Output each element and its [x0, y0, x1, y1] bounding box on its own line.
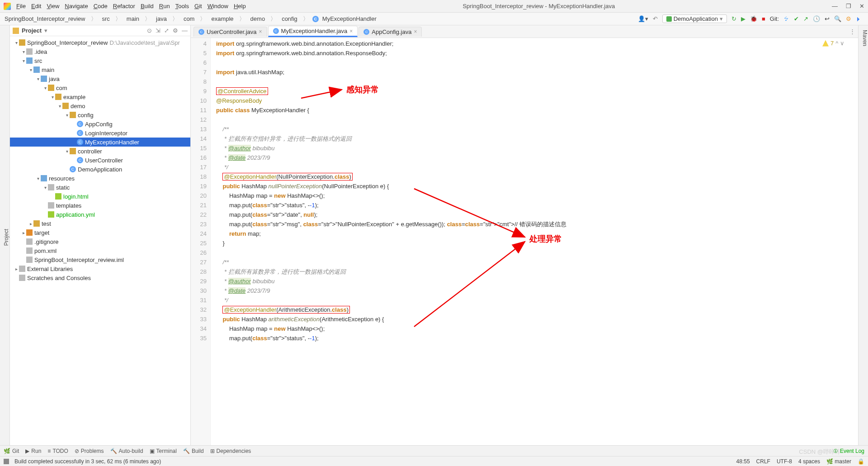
menu-git[interactable]: Git: [194, 3, 202, 10]
tree-Scratches and Consoles[interactable]: Scratches and Consoles: [10, 273, 190, 282]
user-icon[interactable]: 👤▾: [638, 15, 648, 22]
git-push-icon[interactable]: ↗: [803, 15, 808, 22]
indent[interactable]: 4 spaces: [798, 458, 820, 465]
hide-icon[interactable]: —: [182, 27, 188, 34]
tree-target[interactable]: ▸target: [10, 228, 190, 237]
reload-button[interactable]: ↻: [731, 15, 736, 22]
gear-icon[interactable]: ⚙: [173, 27, 178, 34]
tree-test[interactable]: ▸test: [10, 219, 190, 228]
crumb-1[interactable]: src: [100, 15, 112, 22]
crumb-7[interactable]: config: [280, 15, 299, 22]
line-sep[interactable]: CRLF: [756, 458, 770, 465]
lock-icon[interactable]: 🔒: [858, 458, 864, 465]
tree-main[interactable]: ▾main: [10, 65, 190, 74]
menu-navigate[interactable]: Navigate: [65, 3, 88, 10]
maximize-button[interactable]: ❐: [846, 3, 851, 10]
history-icon[interactable]: 🕓: [813, 15, 820, 22]
menu-code[interactable]: Code: [94, 3, 108, 10]
run-config-selector[interactable]: DemoApplication ▾: [662, 14, 727, 23]
tree-SpringBoot_Interceptor_review.iml[interactable]: SpringBoot_Interceptor_review.iml: [10, 255, 190, 264]
tree-AppConfig[interactable]: CAppConfig: [10, 119, 190, 128]
inspection-indicator[interactable]: 7 ^ ∨: [822, 40, 844, 47]
code-content[interactable]: import org.springframework.web.bind.anno…: [211, 38, 858, 445]
menu-build[interactable]: Build: [141, 3, 154, 10]
tw-autobuild[interactable]: 🔨 Auto-build: [110, 448, 143, 454]
project-tree[interactable]: ▾SpringBoot_Interceptor_reviewD:\Java\co…: [10, 36, 190, 445]
tw-dependencies[interactable]: ⊞ Dependencies: [210, 448, 251, 454]
search-icon[interactable]: 🔍: [834, 15, 841, 22]
close-button[interactable]: ✕: [859, 3, 864, 10]
tree-application.yml[interactable]: application.yml: [10, 210, 190, 219]
tab-AppConfig.java[interactable]: CAppConfig.java×: [359, 27, 422, 37]
tree-pom.xml[interactable]: pom.xml: [10, 246, 190, 255]
tw-terminal[interactable]: ▣ Terminal: [150, 448, 177, 454]
tab-close-icon[interactable]: ×: [259, 29, 262, 35]
tab-MyExceptionHandler.java[interactable]: CMyExceptionHandler.java×: [268, 26, 358, 37]
right-tab-maven[interactable]: Maven: [859, 30, 868, 46]
crumb-2[interactable]: main: [125, 15, 141, 22]
back-arrow-icon[interactable]: ↶: [653, 15, 658, 22]
tree-src[interactable]: ▾src: [10, 56, 190, 65]
tree-com[interactable]: ▾com: [10, 83, 190, 92]
minimize-button[interactable]: —: [832, 3, 838, 10]
tree-example[interactable]: ▾example: [10, 92, 190, 101]
left-tab-project[interactable]: Project: [3, 229, 9, 246]
tree-templates[interactable]: templates: [10, 201, 190, 210]
tab-UserController.java[interactable]: CUserController.java×: [193, 27, 267, 37]
debug-button[interactable]: 🐞: [750, 15, 757, 22]
collapse-icon[interactable]: ⤢: [164, 27, 169, 34]
tree-.gitignore[interactable]: .gitignore: [10, 237, 190, 246]
tree-static[interactable]: ▾static: [10, 183, 190, 192]
tree-UserController[interactable]: CUserController: [10, 156, 190, 165]
select-opened-icon[interactable]: ⊙: [147, 27, 152, 34]
tree-DemoApplication[interactable]: CDemoApplication: [10, 165, 190, 174]
code-scroll[interactable]: 4567891011121314151617181920212223242526…: [191, 38, 858, 445]
crumb-3[interactable]: java: [154, 15, 169, 22]
menu-refactor[interactable]: Refactor: [113, 3, 135, 10]
tree-LoginInterceptor[interactable]: CLoginInterceptor: [10, 128, 190, 138]
tree-demo[interactable]: ▾demo: [10, 101, 190, 110]
status-square-icon[interactable]: [4, 459, 9, 464]
tree-External Libraries[interactable]: ▸External Libraries: [10, 264, 190, 273]
git-commit-icon[interactable]: ✔: [794, 15, 799, 22]
tab-close-icon[interactable]: ×: [414, 29, 417, 35]
stop-button[interactable]: ■: [762, 15, 765, 22]
menu-help[interactable]: Help: [234, 3, 246, 10]
crumb-0[interactable]: SpringBoot_Interceptor_review: [3, 15, 87, 22]
rollback-icon[interactable]: ↩: [825, 15, 830, 22]
ide-gear-icon[interactable]: ⚙: [846, 15, 851, 22]
expand-icon[interactable]: ⇲: [156, 27, 160, 34]
tree-java[interactable]: ▾java: [10, 74, 190, 83]
more-icon[interactable]: ⏵: [856, 15, 862, 22]
tw-build[interactable]: 🔨 Build: [183, 448, 204, 454]
menu-run[interactable]: Run: [159, 3, 170, 10]
run-button[interactable]: ▶: [741, 15, 745, 22]
git-update-icon[interactable]: ⭍: [783, 15, 789, 22]
tree-resources[interactable]: ▾resources: [10, 174, 190, 183]
tree-config[interactable]: ▾config: [10, 110, 190, 119]
crumb-6[interactable]: demo: [249, 15, 267, 22]
tw-git[interactable]: 🌿 Git: [4, 448, 19, 454]
tree-login.html[interactable]: login.html: [10, 192, 190, 201]
menu-tools[interactable]: Tools: [175, 3, 189, 10]
menu-window[interactable]: Window: [208, 3, 228, 10]
caret-position[interactable]: 48:55: [736, 458, 750, 465]
editor-tabs-more-icon[interactable]: ⋮: [849, 28, 855, 35]
tab-close-icon[interactable]: ×: [349, 28, 353, 34]
tw-problems[interactable]: ⊘ Problems: [75, 448, 104, 454]
tree-SpringBoot_Interceptor_review[interactable]: ▾SpringBoot_Interceptor_reviewD:\Java\co…: [10, 38, 190, 47]
tree-MyExceptionHandler[interactable]: CMyExceptionHandler: [10, 138, 190, 147]
tree-controller[interactable]: ▾controller: [10, 147, 190, 156]
crumb-8[interactable]: MyExceptionHandler: [321, 15, 378, 22]
encoding[interactable]: UTF-8: [777, 458, 792, 465]
tw-run[interactable]: ▶ Run: [25, 448, 41, 454]
menu-edit[interactable]: Edit: [31, 3, 41, 10]
git-branch[interactable]: 🌿 master: [826, 458, 851, 465]
breadcrumb[interactable]: SpringBoot_Interceptor_review〉src〉main〉j…: [3, 15, 378, 23]
crumb-4[interactable]: com: [182, 15, 197, 22]
crumb-5[interactable]: example: [209, 15, 235, 22]
menu-view[interactable]: View: [47, 3, 59, 10]
menu-file[interactable]: File: [16, 3, 26, 10]
project-panel-title[interactable]: Project: [22, 27, 42, 34]
tw-todo[interactable]: ≡ TODO: [47, 448, 68, 454]
